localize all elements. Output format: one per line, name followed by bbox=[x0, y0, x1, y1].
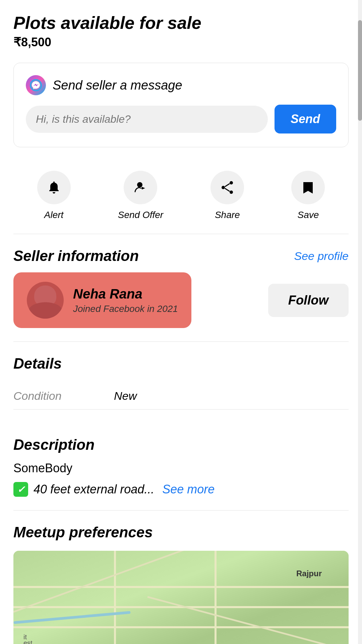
svg-point-4 bbox=[230, 191, 233, 194]
seller-joined: Joined Facebook in 2021 bbox=[73, 304, 178, 314]
seller-section-header: Seller information See profile bbox=[13, 248, 349, 264]
share-icon bbox=[219, 179, 235, 196]
alert-action[interactable]: Alert bbox=[37, 171, 71, 220]
messenger-icon bbox=[26, 75, 46, 95]
map-rajpur-label: Rajpur bbox=[296, 569, 322, 578]
svg-line-5 bbox=[225, 184, 230, 187]
checkbox-green-icon bbox=[13, 482, 28, 497]
description-text: SomeBody bbox=[13, 461, 349, 475]
condition-value: New bbox=[114, 389, 137, 402]
svg-point-1 bbox=[137, 182, 142, 187]
share-label: Share bbox=[215, 210, 240, 220]
message-header: Send seller a message bbox=[26, 75, 336, 95]
scrollbar-thumb[interactable] bbox=[358, 20, 362, 121]
share-action[interactable]: Share bbox=[210, 171, 244, 220]
avatar-image bbox=[27, 282, 64, 319]
svg-point-2 bbox=[230, 181, 233, 184]
svg-point-3 bbox=[222, 186, 225, 189]
seller-name: Neha Rana bbox=[73, 286, 178, 302]
send-offer-circle bbox=[124, 171, 157, 204]
listing-title: Plots available for sale bbox=[13, 13, 349, 33]
meetup-title: Meetup preferences bbox=[13, 524, 349, 541]
message-card: Send seller a message Send bbox=[13, 63, 349, 147]
svg-line-6 bbox=[225, 189, 230, 192]
action-buttons: Alert Send Offer bbox=[13, 164, 349, 234]
description-road: 40 feet external road... See more bbox=[13, 482, 349, 497]
message-input-row: Send bbox=[26, 105, 336, 133]
listing-price: ₹8,500 bbox=[13, 35, 349, 49]
meetup-section: Meetup preferences Rajpur it est bbox=[13, 510, 349, 644]
alert-circle bbox=[37, 171, 71, 204]
description-title: Description bbox=[13, 436, 349, 453]
description-section: Description SomeBody 40 feet external ro… bbox=[13, 423, 349, 497]
save-label: Save bbox=[297, 210, 319, 220]
condition-label: Condition bbox=[13, 389, 114, 402]
svg-point-0 bbox=[30, 79, 42, 91]
map-background: Rajpur it est bbox=[13, 551, 349, 644]
scrollbar[interactable] bbox=[358, 0, 362, 644]
bell-icon bbox=[46, 179, 62, 196]
follow-button[interactable]: Follow bbox=[268, 284, 349, 317]
send-offer-action[interactable]: Send Offer bbox=[118, 171, 163, 220]
map-road-v1 bbox=[114, 551, 116, 644]
map-road-v2 bbox=[215, 551, 217, 644]
map-road-diag2 bbox=[147, 596, 349, 644]
send-offer-label: Send Offer bbox=[118, 210, 163, 220]
seller-section-title: Seller information bbox=[13, 248, 139, 264]
see-profile-link[interactable]: See profile bbox=[294, 250, 349, 263]
send-button[interactable]: Send bbox=[275, 105, 336, 133]
road-text: 40 feet external road... bbox=[34, 482, 154, 496]
avatar bbox=[27, 282, 64, 319]
save-circle bbox=[291, 171, 325, 204]
save-action[interactable]: Save bbox=[291, 171, 325, 220]
seller-card: Neha Rana Joined Facebook in 2021 Follow bbox=[13, 272, 349, 328]
seller-details: Neha Rana Joined Facebook in 2021 bbox=[73, 286, 178, 314]
share-circle bbox=[210, 171, 244, 204]
map-road-1 bbox=[13, 586, 349, 588]
map-label-west2: est bbox=[23, 639, 33, 644]
message-input[interactable] bbox=[26, 106, 268, 133]
condition-row: Condition New bbox=[13, 383, 349, 410]
send-offer-icon bbox=[132, 179, 148, 196]
map-container[interactable]: Rajpur it est bbox=[13, 551, 349, 644]
details-title: Details bbox=[13, 355, 349, 372]
seller-info-box: Neha Rana Joined Facebook in 2021 bbox=[13, 272, 191, 328]
bookmark-icon bbox=[300, 179, 316, 196]
alert-label: Alert bbox=[44, 210, 64, 220]
details-section: Details Condition New bbox=[13, 341, 349, 410]
map-water bbox=[13, 611, 130, 624]
map-road-3 bbox=[13, 626, 349, 628]
message-title: Send seller a message bbox=[53, 78, 182, 93]
see-more-link[interactable]: See more bbox=[162, 482, 215, 496]
